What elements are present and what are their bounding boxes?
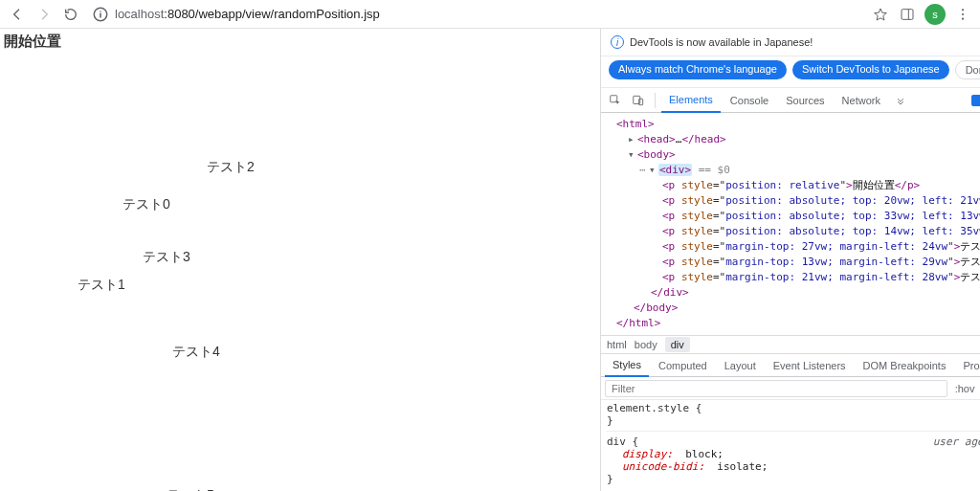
crumb-body[interactable]: body — [635, 339, 657, 350]
styles-tabs: Styles Computed Layout Event Listeners D… — [601, 354, 980, 377]
issues-badge[interactable]: 1 — [971, 95, 980, 106]
crumb-div[interactable]: div — [665, 337, 690, 352]
brace-close: } — [607, 473, 980, 485]
bookmark-star-icon[interactable] — [871, 5, 890, 24]
brace-close: } — [607, 414, 980, 427]
switch-language-button[interactable]: Switch DevTools to Japanese — [792, 60, 949, 79]
back-button[interactable] — [8, 5, 27, 24]
profile-avatar[interactable]: s — [924, 4, 946, 25]
styles-filter-input[interactable] — [605, 380, 947, 397]
overflow-tabs-icon[interactable] — [890, 90, 911, 111]
svg-point-7 — [962, 17, 964, 19]
browser-toolbar: localhost:8080/webapp/view/randomPositio… — [0, 0, 980, 29]
forward-button[interactable] — [34, 5, 54, 24]
tab-sources[interactable]: Sources — [778, 89, 832, 112]
svg-point-5 — [962, 9, 964, 11]
styles-panel: element.style { } div { user agent style… — [601, 400, 980, 491]
tab-event-listeners[interactable]: Event Listeners — [766, 355, 854, 376]
ua-rule-header: div { user agent styleshee — [607, 431, 980, 448]
reload-button[interactable] — [61, 5, 80, 24]
tab-layout[interactable]: Layout — [717, 355, 764, 376]
inspect-icon[interactable] — [605, 90, 626, 111]
page-item: テスト0 — [122, 196, 170, 213]
chrome-menu-icon[interactable] — [953, 5, 972, 24]
devtools-info-bar: i DevTools is now available in Japanese! — [601, 29, 980, 56]
element-style-rule[interactable]: element.style { — [607, 402, 980, 414]
breadcrumb: html body div — [601, 335, 980, 354]
url-text: localhost:8080/webapp/view/randomPositio… — [115, 7, 380, 21]
dom-tree[interactable]: <html>▸<head>…</head>▾<body>⋯▾<div> == $… — [601, 113, 980, 335]
page-item: テスト4 — [172, 344, 220, 361]
tab-dom-breakpoints[interactable]: DOM Breakpoints — [856, 355, 954, 376]
tab-console[interactable]: Console — [723, 89, 776, 112]
tab-elements[interactable]: Elements — [661, 88, 721, 113]
address-bar[interactable]: localhost:8080/webapp/view/randomPositio… — [88, 6, 863, 23]
page-item: テスト1 — [78, 277, 125, 294]
page-item: テスト5 — [167, 487, 214, 491]
page-title: 開始位置 — [4, 33, 600, 51]
svg-rect-3 — [902, 9, 913, 19]
devtools-toolbar: Elements Console Sources Network 1 — [601, 88, 980, 113]
language-bar: Always match Chrome's language Switch De… — [601, 56, 980, 88]
page-item: テスト3 — [143, 249, 190, 266]
css-prop-unicode-bidi[interactable]: unicode-bidi: isolate; — [607, 460, 980, 473]
devtools-panel: i DevTools is now available in Japanese!… — [601, 29, 980, 491]
crumb-html[interactable]: html — [607, 339, 627, 350]
tab-network[interactable]: Network — [835, 89, 888, 112]
match-language-button[interactable]: Always match Chrome's language — [609, 60, 787, 79]
device-toggle-icon[interactable] — [628, 90, 649, 111]
info-text: DevTools is now available in Japanese! — [630, 36, 813, 48]
css-prop-display[interactable]: display: block; — [607, 448, 980, 460]
hov-toggle[interactable]: :hov — [953, 381, 977, 396]
tab-computed[interactable]: Computed — [651, 355, 715, 376]
divider — [655, 93, 656, 108]
svg-point-6 — [962, 12, 964, 14]
dont-show-button[interactable]: Don't show again — [955, 60, 980, 79]
styles-filter-row: :hov .cls + — [601, 377, 980, 400]
info-icon: i — [611, 35, 624, 49]
page-content: 開始位置 テスト0テスト1テスト2テスト3テスト4テスト5 — [0, 29, 601, 491]
side-panel-icon[interactable] — [898, 5, 917, 24]
tab-styles[interactable]: Styles — [605, 354, 649, 377]
page-item: テスト2 — [207, 159, 255, 176]
site-info-icon[interactable] — [92, 6, 109, 23]
tab-properties[interactable]: Properties — [955, 355, 980, 376]
